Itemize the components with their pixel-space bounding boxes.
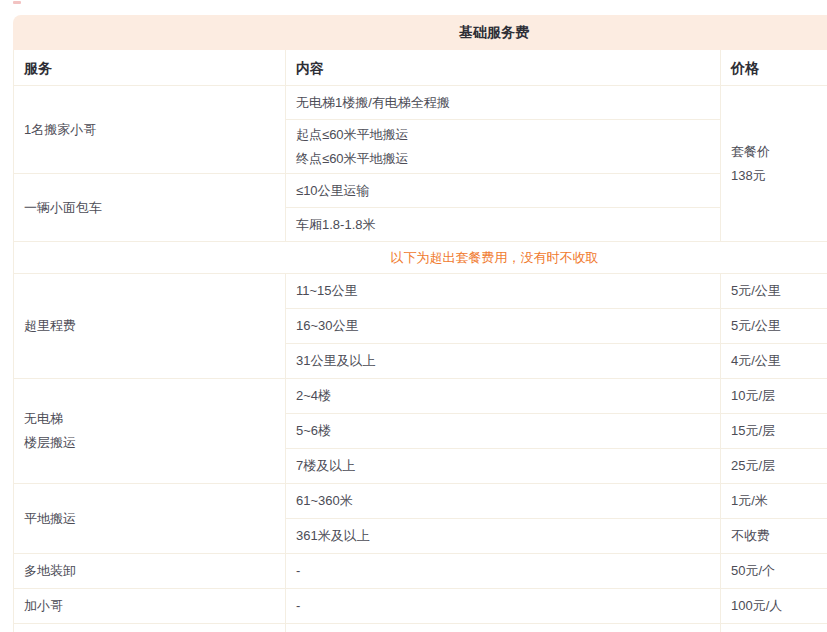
price-cell: 4元/公里 [721,344,827,379]
content-cell [286,624,721,632]
service-cell: 多地装卸 [14,554,286,589]
content-cell: 11~15公里 [286,274,721,309]
col-header-price: 价格 [721,51,827,86]
price-cell: 10元/层 [721,379,827,414]
table-row [14,624,827,632]
content-cell: 5~6楼 [286,414,721,449]
content-cell: - [286,589,721,624]
content-line: 终点≤60米平地搬运 [296,147,720,171]
content-cell: ≤10公里运输 [286,174,721,208]
content-cell: 起点≤60米平地搬运 终点≤60米平地搬运 [286,120,721,174]
notice-text: 以下为超出套餐费用，没有时不收取 [14,242,827,274]
price-cell: 不收费 [721,519,827,554]
base-service-fee-panel: 基础服务费 服务 内容 价格 1名搬家小哥 无电梯1楼搬/有电梯全程搬 套餐价 … [13,15,827,632]
service-cell: 平地搬运 [14,484,286,554]
table-row: 超里程费 11~15公里 5元/公里 [14,274,827,309]
table-row: 无电梯 楼层搬运 2~4楼 10元/层 [14,379,827,414]
service-line: 楼层搬运 [24,431,285,455]
price-cell: 100元/人 [721,589,827,624]
table-title-band: 基础服务费 [13,15,827,50]
package-price-value: 138元 [731,164,827,188]
package-price-label: 套餐价 [731,140,827,164]
pricing-page: 基础服务费 服务 内容 价格 1名搬家小哥 无电梯1楼搬/有电梯全程搬 套餐价 … [0,0,827,632]
service-cell: 一辆小面包车 [14,174,286,242]
table-row: 1名搬家小哥 无电梯1楼搬/有电梯全程搬 套餐价 138元 [14,86,827,120]
content-cell: 车厢1.8-1.8米 [286,208,721,242]
content-cell: 16~30公里 [286,309,721,344]
notice-row: 以下为超出套餐费用，没有时不收取 [14,242,827,274]
table-title: 基础服务费 [459,24,529,42]
price-cell: 50元/个 [721,554,827,589]
col-header-content: 内容 [286,51,721,86]
price-cell: 5元/公里 [721,274,827,309]
service-cell: 加小哥 [14,589,286,624]
package-price-cell: 套餐价 138元 [721,86,827,242]
price-cell [721,624,827,632]
service-line: 无电梯 [24,407,285,431]
content-cell: 361米及以上 [286,519,721,554]
service-cell: 无电梯 楼层搬运 [14,379,286,484]
col-header-service: 服务 [14,51,286,86]
content-cell: 2~4楼 [286,379,721,414]
service-cell: 超里程费 [14,274,286,379]
content-cell: - [286,554,721,589]
service-cell [14,624,286,632]
content-cell: 7楼及以上 [286,449,721,484]
price-cell: 25元/层 [721,449,827,484]
service-cell: 1名搬家小哥 [14,86,286,174]
content-cell: 无电梯1楼搬/有电梯全程搬 [286,86,721,120]
table-row: 平地搬运 61~360米 1元/米 [14,484,827,519]
price-cell: 15元/层 [721,414,827,449]
price-cell: 5元/公里 [721,309,827,344]
content-cell: 31公里及以上 [286,344,721,379]
column-header-row: 服务 内容 价格 [14,51,827,86]
table-row: 多地装卸 - 50元/个 [14,554,827,589]
price-cell: 1元/米 [721,484,827,519]
price-table: 服务 内容 价格 1名搬家小哥 无电梯1楼搬/有电梯全程搬 套餐价 138元 起… [13,50,827,632]
table-row: 一辆小面包车 ≤10公里运输 [14,174,827,208]
content-cell: 61~360米 [286,484,721,519]
top-edge-artifact [13,1,21,4]
table-row: 加小哥 - 100元/人 [14,589,827,624]
content-line: 起点≤60米平地搬运 [296,123,720,147]
